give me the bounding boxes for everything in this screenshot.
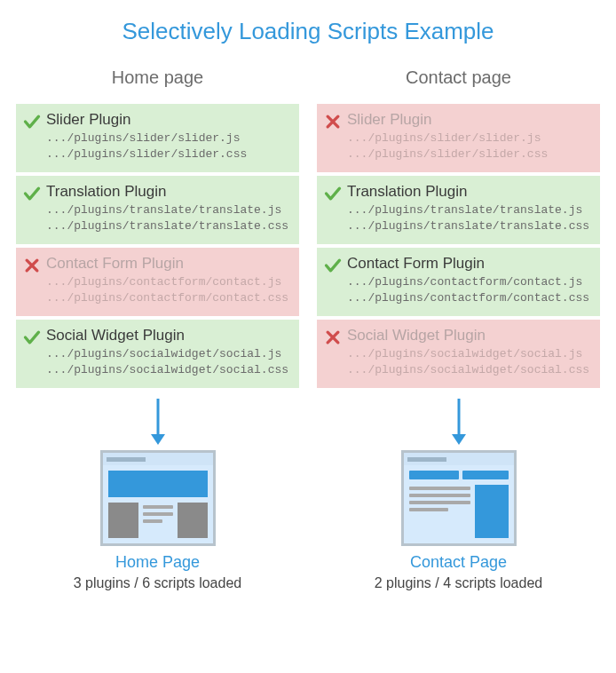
plugin-name: Slider Plugin	[347, 111, 591, 129]
plugin-body: Contact Form Plugin.../plugins/contactfo…	[46, 255, 290, 305]
check-icon	[23, 113, 41, 131]
plugin-name: Translation Plugin	[347, 183, 591, 201]
plugin-file: .../plugins/contactform/contact.css	[347, 290, 591, 306]
column-header: Contact page	[317, 67, 600, 88]
plugin-name: Contact Form Plugin	[46, 255, 290, 273]
plugin-card: Social Widget Plugin.../plugins/socialwi…	[317, 320, 600, 388]
check-icon	[23, 185, 41, 202]
check-icon	[324, 257, 342, 274]
plugin-card: Contact Form Plugin.../plugins/contactfo…	[317, 248, 600, 316]
plugin-card: Contact Form Plugin.../plugins/contactfo…	[16, 248, 299, 316]
plugin-file: .../plugins/contactform/contact.css	[46, 290, 290, 306]
page-label: Home Page	[16, 553, 299, 572]
column: Home pageSlider Plugin.../plugins/slider…	[16, 67, 299, 591]
plugin-name: Social Widget Plugin	[347, 327, 591, 344]
columns-container: Home pageSlider Plugin.../plugins/slider…	[0, 67, 616, 591]
plugin-file: .../plugins/slider/slider.js	[46, 131, 290, 146]
svg-marker-3	[151, 434, 165, 445]
cross-icon	[324, 329, 342, 346]
plugin-file: .../plugins/translate/translate.css	[46, 218, 290, 234]
plugin-file: .../plugins/contactform/contact.js	[347, 274, 591, 290]
plugin-card: Slider Plugin.../plugins/slider/slider.j…	[317, 104, 600, 172]
plugin-body: Slider Plugin.../plugins/slider/slider.j…	[46, 111, 290, 162]
arrow-down-icon	[317, 397, 600, 447]
cross-icon	[23, 257, 41, 274]
plugin-file: .../plugins/socialwidget/social.css	[347, 362, 591, 378]
arrow-down-icon	[16, 397, 299, 447]
plugin-body: Social Widget Plugin.../plugins/socialwi…	[46, 327, 290, 377]
plugin-body: Contact Form Plugin.../plugins/contactfo…	[347, 255, 591, 305]
cross-icon	[324, 113, 342, 131]
mockup-container	[16, 450, 299, 546]
plugin-name: Translation Plugin	[46, 183, 290, 201]
page-stats: 3 plugins / 6 scripts loaded	[16, 575, 299, 591]
plugin-card: Translation Plugin.../plugins/translate/…	[317, 176, 600, 244]
plugin-file: .../plugins/contactform/contact.js	[46, 274, 290, 290]
check-icon	[23, 329, 41, 346]
plugin-file: .../plugins/slider/slider.js	[347, 131, 591, 146]
diagram-title: Selectively Loading Scripts Example	[0, 18, 616, 45]
svg-marker-9	[452, 434, 466, 445]
plugin-name: Social Widget Plugin	[46, 327, 290, 344]
plugin-body: Translation Plugin.../plugins/translate/…	[46, 183, 290, 234]
plugin-file: .../plugins/slider/slider.css	[347, 146, 591, 162]
plugin-file: .../plugins/translate/translate.js	[46, 202, 290, 218]
page-stats: 2 plugins / 4 scripts loaded	[317, 575, 600, 591]
plugin-file: .../plugins/socialwidget/social.js	[46, 346, 290, 362]
page-mockup-contact	[401, 450, 517, 546]
page-mockup-home	[100, 450, 216, 546]
plugin-name: Slider Plugin	[46, 111, 290, 129]
plugin-body: Translation Plugin.../plugins/translate/…	[347, 183, 591, 234]
plugin-name: Contact Form Plugin	[347, 255, 591, 273]
column: Contact pageSlider Plugin.../plugins/sli…	[317, 67, 600, 591]
plugin-file: .../plugins/socialwidget/social.js	[347, 346, 591, 362]
column-header: Home page	[16, 67, 299, 88]
plugin-body: Slider Plugin.../plugins/slider/slider.j…	[347, 111, 591, 162]
page-label: Contact Page	[317, 553, 600, 572]
check-icon	[324, 185, 342, 202]
plugin-card: Translation Plugin.../plugins/translate/…	[16, 176, 299, 244]
mockup-container	[317, 450, 600, 546]
plugin-card: Social Widget Plugin.../plugins/socialwi…	[16, 320, 299, 388]
plugin-card: Slider Plugin.../plugins/slider/slider.j…	[16, 104, 299, 172]
plugin-body: Social Widget Plugin.../plugins/socialwi…	[347, 327, 591, 377]
plugin-file: .../plugins/translate/translate.css	[347, 218, 591, 234]
plugin-file: .../plugins/slider/slider.css	[46, 146, 290, 162]
plugin-file: .../plugins/translate/translate.js	[347, 202, 591, 218]
plugin-file: .../plugins/socialwidget/social.css	[46, 362, 290, 378]
